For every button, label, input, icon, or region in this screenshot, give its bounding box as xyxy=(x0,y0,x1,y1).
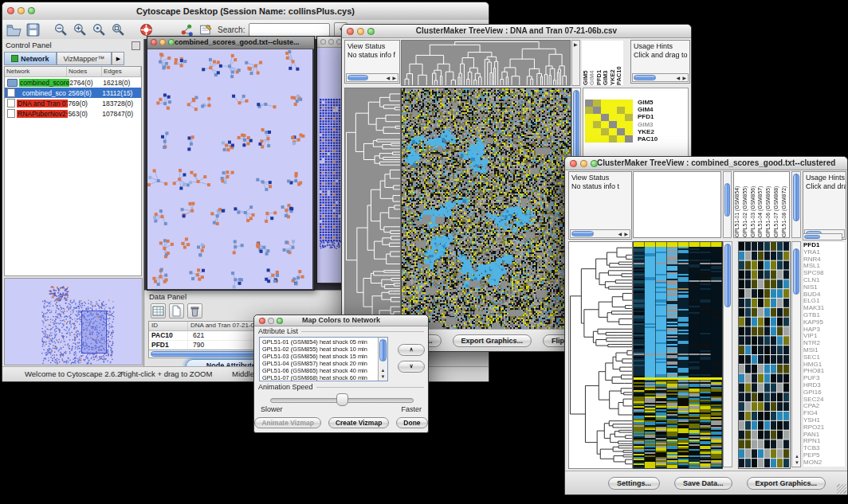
treeview1-scroll-gutter[interactable]: ▶ xyxy=(571,40,580,86)
gene-label[interactable]: MSL1 xyxy=(803,263,845,270)
resize-grip[interactable] xyxy=(837,484,846,494)
scroll-thumb[interactable] xyxy=(793,248,799,295)
zoom-selected-icon[interactable] xyxy=(92,22,107,37)
gene-label[interactable]: BUD4 xyxy=(803,291,845,299)
gene-label[interactable]: CPA2 xyxy=(803,403,845,410)
close-icon[interactable] xyxy=(320,39,326,45)
view-status-hscrollbar[interactable]: ◀ ▶ xyxy=(346,73,398,82)
treeview2-zoom-vscrollbar[interactable]: ▲ ▼ xyxy=(791,241,801,467)
network-window-1-titlebar[interactable]: combined_scores_good.txt--cluste... xyxy=(147,37,314,49)
scroll-right-icon[interactable]: ▶ xyxy=(392,76,396,80)
scroll-thumb[interactable] xyxy=(793,174,799,221)
col-network[interactable]: Network xyxy=(5,67,67,76)
scroll-thumb[interactable] xyxy=(724,244,731,307)
gene-label[interactable]: FIG4 xyxy=(803,410,845,417)
zoom-window-icon[interactable] xyxy=(28,7,35,14)
close-icon[interactable] xyxy=(347,28,354,35)
scroll-right-icon[interactable]: ▶ xyxy=(624,232,628,236)
id-column-header[interactable]: ID xyxy=(149,322,188,330)
minimize-icon[interactable] xyxy=(328,39,334,45)
attribute-item[interactable]: GPL51-01 (GSM854) heat shock 05 min xyxy=(261,338,378,346)
scroll-up-icon[interactable]: ▲ xyxy=(381,368,386,373)
gene-label[interactable]: PAN1 xyxy=(803,432,845,439)
attribute-item[interactable]: GPL51-04 (GSM857) heat shock 20 min xyxy=(261,360,378,367)
network-list-row[interactable]: combined_scores2764(0)16218(0) xyxy=(5,77,141,88)
gene-label[interactable]: PEP5 xyxy=(803,452,845,459)
animate-vizmap-button[interactable]: Animate Vizmap xyxy=(254,417,321,428)
scroll-thumb[interactable] xyxy=(724,183,730,217)
treeview2-zoom-heatmap[interactable] xyxy=(738,241,791,469)
minimize-icon[interactable] xyxy=(580,160,587,167)
scroll-thumb[interactable] xyxy=(571,231,594,236)
treeview1-titlebar[interactable]: ClusterMaker TreeView : DNA and Tran 07-… xyxy=(342,25,691,38)
scroll-down-icon[interactable]: ▼ xyxy=(381,374,386,379)
gene-label[interactable]: YRA1 xyxy=(803,249,845,256)
gene-label[interactable]: PHO81 xyxy=(803,368,845,375)
gene-label[interactable]: KAP95 xyxy=(803,319,845,326)
attribute-item[interactable]: GPL51-03 (GSM856) heat shock 15 min xyxy=(261,353,378,360)
gene-label[interactable]: TCB3 xyxy=(803,445,845,452)
treeview1-heatmap[interactable] xyxy=(401,88,571,332)
attribute-item[interactable]: GPL51-07 (GSM868) heat shock 60 min xyxy=(261,374,378,381)
scroll-thumb[interactable] xyxy=(634,75,656,80)
zoom-window-icon[interactable] xyxy=(367,28,375,35)
zoom-window-icon[interactable] xyxy=(591,160,598,167)
network-window-1[interactable]: combined_scores_good.txt--cluste... xyxy=(147,36,315,291)
close-icon[interactable] xyxy=(7,7,14,14)
treeview2-label-vscrollbar[interactable] xyxy=(791,171,801,238)
scroll-left-icon[interactable]: ◀ xyxy=(618,232,622,236)
zoom-out-icon[interactable] xyxy=(53,22,69,37)
open-folder-icon[interactable] xyxy=(6,22,22,37)
zoom-in-icon[interactable] xyxy=(73,22,88,37)
gene-label[interactable]: MSI1 xyxy=(803,347,845,354)
main-titlebar[interactable]: Cytoscape Desktop (Session Name: collins… xyxy=(2,2,489,21)
gene-label[interactable]: GPI16 xyxy=(803,389,845,397)
network-overview-panel[interactable] xyxy=(4,278,143,365)
scroll-thumb[interactable] xyxy=(379,339,387,361)
minimize-icon[interactable] xyxy=(268,318,274,324)
move-down-button[interactable]: ∨ xyxy=(398,361,425,373)
gene-label[interactable]: PFD1 xyxy=(803,242,845,249)
gene-label[interactable]: NIS1 xyxy=(803,284,845,291)
trash-icon[interactable] xyxy=(187,303,202,318)
tab-vizmapper[interactable]: VizMapper™ xyxy=(57,52,112,65)
treeview1-top-dendrogram[interactable] xyxy=(401,40,571,86)
gene-label[interactable]: GTB1 xyxy=(803,312,845,319)
scroll-thumb[interactable] xyxy=(347,75,368,80)
gene-label[interactable]: NTR2 xyxy=(803,340,845,347)
minimize-icon[interactable] xyxy=(357,28,364,35)
view-status-hscrollbar[interactable]: ◀ ▶ xyxy=(570,229,630,238)
float-panel-icon[interactable] xyxy=(132,41,140,50)
close-icon[interactable] xyxy=(151,39,157,45)
gene-label[interactable]: RPN1 xyxy=(803,438,845,445)
settings-button[interactable]: Settings... xyxy=(608,477,660,490)
slider-thumb[interactable] xyxy=(336,393,348,406)
gene-label[interactable]: HMG1 xyxy=(803,361,845,369)
gene-label[interactable]: ELG1 xyxy=(803,298,845,305)
treeview2-top-vscrollbar[interactable] xyxy=(723,171,732,238)
export-graphics-button[interactable]: Export Graphics... xyxy=(747,477,826,490)
gene-label[interactable]: HRD3 xyxy=(803,382,845,389)
zoom-fit-icon[interactable] xyxy=(111,22,126,37)
zoom-window-icon[interactable] xyxy=(277,318,283,324)
network-overview-canvas[interactable] xyxy=(5,279,142,365)
attribute-grid-icon[interactable] xyxy=(151,303,166,318)
attribute-listbox[interactable]: GPL51-01 (GSM854) heat shock 05 minGPL51… xyxy=(259,337,388,381)
close-icon[interactable] xyxy=(570,160,577,167)
gene-list-hscrollbar[interactable] xyxy=(803,233,842,240)
scroll-up-icon[interactable]: ▲ xyxy=(795,454,799,459)
gene-label[interactable]: RNR4 xyxy=(803,256,845,264)
network-list-row[interactable]: combined_sco2569(6)13112(15) xyxy=(5,88,141,98)
zoom-window-icon[interactable] xyxy=(168,39,175,45)
network-list-row[interactable]: DNA and Tran 07769(0)183728(0) xyxy=(5,98,141,108)
gene-label[interactable]: CLN1 xyxy=(803,277,845,284)
save-icon[interactable] xyxy=(26,22,41,37)
treeview2-titlebar[interactable]: ClusterMaker TreeView : combined_scores_… xyxy=(565,157,847,170)
minimize-icon[interactable] xyxy=(159,39,166,45)
tab-network[interactable]: Network xyxy=(4,52,57,65)
gene-label[interactable]: VIP1 xyxy=(803,333,845,340)
minimize-icon[interactable] xyxy=(18,7,25,14)
gene-label[interactable]: SEC24 xyxy=(803,397,845,404)
move-up-button[interactable]: ∧ xyxy=(398,344,425,356)
treeview2-top-dendrogram-area[interactable] xyxy=(633,171,721,238)
